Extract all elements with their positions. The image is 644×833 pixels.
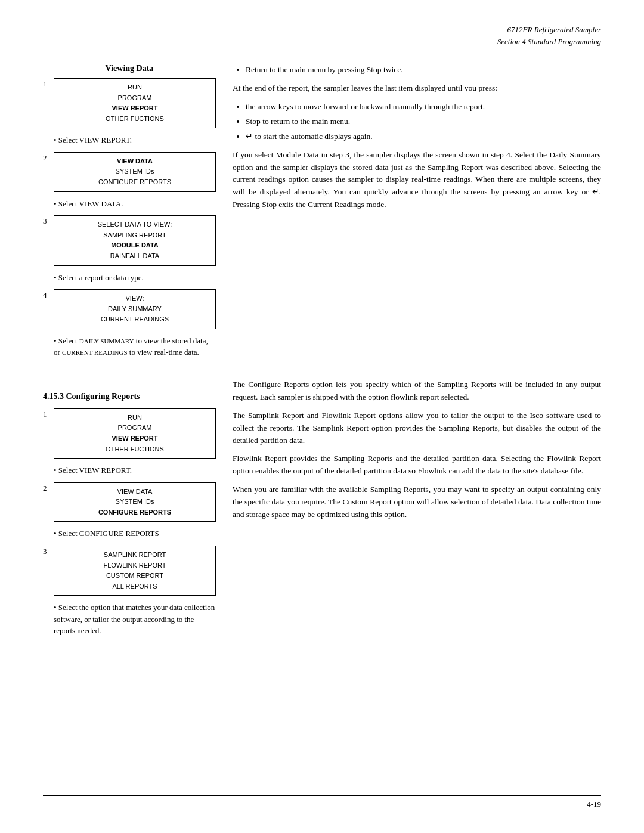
viewing-data-right: Return to the main menu by pressing Stop… [233,64,601,364]
step-1-line2: PROGRAM [60,93,209,104]
cs1-line3: VIEW REPORT [60,433,209,444]
config-step-1-bullet: Select VIEW REPORT. [54,465,216,476]
cs3-line4: ALL REPORTS [60,581,209,592]
step-2-screen: VIEW DATA SYSTEM IDs CONFIGURE REPORTS [54,152,216,192]
step-2-line2: SYSTEM IDs [60,166,209,177]
step-2-number: 2 [43,152,54,163]
configuring-heading: 4.15.3 Configuring Reports [43,392,216,401]
config-right-para-4: When you are familiar with the available… [233,484,601,521]
step-1-line3: VIEW REPORT [60,103,209,114]
config-right-para-2: The Samplink Report and Flowlink Report … [233,410,601,447]
step-3-line4: RAINFALL DATA [60,251,209,262]
step-3-line3: MODULE DATA [60,240,209,251]
right-bullet-arrow-1: the arrow keys to move forward or backwa… [246,101,601,113]
step-4-screen: VIEW: DAILY SUMMARY CURRENT READINGS [54,289,216,329]
cs1-line4: OTHER FUCTIONS [60,444,209,455]
step-2-bullet: Select VIEW DATA. [54,198,216,210]
cs2-line1: VIEW DATA [60,487,209,497]
right-bullet-return: ↵ to start the automatic displays again. [246,131,601,143]
config-right-para-3: Flowlink Report provides the Sampling Re… [233,453,601,478]
config-step-3-screen: SAMPLINK REPORT FLOWLINK REPORT CUSTOM R… [54,546,216,596]
configuring-reports-right: The Configure Reports option lets you sp… [233,379,601,643]
viewing-step-3: 3 SELECT DATA TO VIEW: SAMPLING REPORT M… [43,215,216,269]
header-line2: Section 4 Standard Programming [43,36,601,48]
step-4-line1: VIEW: [60,293,209,304]
page-header: 6712FR Refrigerated Sampler Section 4 St… [43,24,601,47]
step-3-line2: SAMPLING REPORT [60,230,209,241]
cs3-line1: SAMPLINK REPORT [60,550,209,561]
config-step-2-bullet: Select CONFIGURE REPORTS [54,528,216,540]
right-bullet-1: Return to the main menu by pressing Stop… [246,64,601,76]
config-right-para-1: The Configure Reports option lets you sp… [233,379,601,404]
config-step-1-content: RUN PROGRAM VIEW REPORT OTHER FUCTIONS [54,408,216,462]
config-step-1-screen: RUN PROGRAM VIEW REPORT OTHER FUCTIONS [54,408,216,459]
header-line1: 6712FR Refrigerated Sampler [43,24,601,36]
step-2-content: VIEW DATA SYSTEM IDs CONFIGURE REPORTS [54,152,216,196]
step-4-bullet: Select DAILY SUMMARY to view the stored … [54,335,216,358]
step-3-content: SELECT DATA TO VIEW: SAMPLING REPORT MOD… [54,215,216,269]
cs3-line2: FLOWLINK REPORT [60,561,209,571]
cs2-line3: CONFIGURE REPORTS [60,507,209,518]
step-2-line1: VIEW DATA [60,156,209,167]
step-4-line2: DAILY SUMMARY [60,304,209,315]
viewing-data-left: Viewing Data 1 RUN PROGRAM VIEW REPORT O… [43,64,216,364]
configuring-reports-left: 4.15.3 Configuring Reports 1 RUN PROGRAM… [43,379,216,643]
step-1-bullet: Select VIEW REPORT. [54,134,216,146]
config-step-2-number: 2 [43,482,54,493]
viewing-data-heading: Viewing Data [43,64,216,73]
step-4-number: 4 [43,289,54,300]
cs3-line3: CUSTOM REPORT [60,571,209,581]
viewing-data-area: Viewing Data 1 RUN PROGRAM VIEW REPORT O… [43,64,601,364]
right-para-1: At the end of the report, the sampler le… [233,82,601,95]
step-1-number: 1 [43,78,54,89]
step-4-content: VIEW: DAILY SUMMARY CURRENT READINGS [54,289,216,333]
cs1-line1: RUN [60,413,209,423]
config-step-1: 1 RUN PROGRAM VIEW REPORT OTHER FUCTIONS [43,408,216,462]
step-1-line1: RUN [60,82,209,93]
step-3-number: 3 [43,215,54,226]
viewing-step-2: 2 VIEW DATA SYSTEM IDs CONFIGURE REPORTS [43,152,216,196]
step-3-screen: SELECT DATA TO VIEW: SAMPLING REPORT MOD… [54,215,216,265]
cs1-line2: PROGRAM [60,423,209,433]
step-3-line1: SELECT DATA TO VIEW: [60,219,209,230]
step-2-line3: CONFIGURE REPORTS [60,177,209,188]
footer-page-number: 4-19 [587,800,601,809]
step-1-screen: RUN PROGRAM VIEW REPORT OTHER FUCTIONS [54,78,216,128]
step-3-bullet: Select a report or data type. [54,272,216,284]
config-step-2: 2 VIEW DATA SYSTEM IDs CONFIGURE REPORTS [43,482,216,526]
right-bullets-list: the arrow keys to move forward or backwa… [246,101,601,143]
step-1-content: RUN PROGRAM VIEW REPORT OTHER FUCTIONS [54,78,216,132]
config-step-3: 3 SAMPLINK REPORT FLOWLINK REPORT CUSTOM… [43,546,216,599]
right-bullet-stop: Stop to return to the main menu. [246,116,601,128]
config-step-2-screen: VIEW DATA SYSTEM IDs CONFIGURE REPORTS [54,482,216,522]
viewing-step-1: 1 RUN PROGRAM VIEW REPORT OTHER FUCTIONS [43,78,216,132]
right-para-2: If you select Module Data in step 3, the… [233,149,601,212]
config-step-2-content: VIEW DATA SYSTEM IDs CONFIGURE REPORTS [54,482,216,526]
config-step-1-number: 1 [43,408,54,419]
cs2-line2: SYSTEM IDs [60,497,209,507]
page-footer: 4-19 [43,795,601,809]
config-step-3-content: SAMPLINK REPORT FLOWLINK REPORT CUSTOM R… [54,546,216,599]
viewing-step-4: 4 VIEW: DAILY SUMMARY CURRENT READINGS [43,289,216,333]
configuring-reports-area: 4.15.3 Configuring Reports 1 RUN PROGRAM… [43,379,601,643]
config-step-3-number: 3 [43,546,54,556]
page: 6712FR Refrigerated Sampler Section 4 St… [0,0,644,833]
config-step-3-bullet: • Select the option that matches your da… [54,602,216,637]
step-4-line3: CURRENT READINGS [60,314,209,325]
step-1-line4: OTHER FUCTIONS [60,114,209,125]
